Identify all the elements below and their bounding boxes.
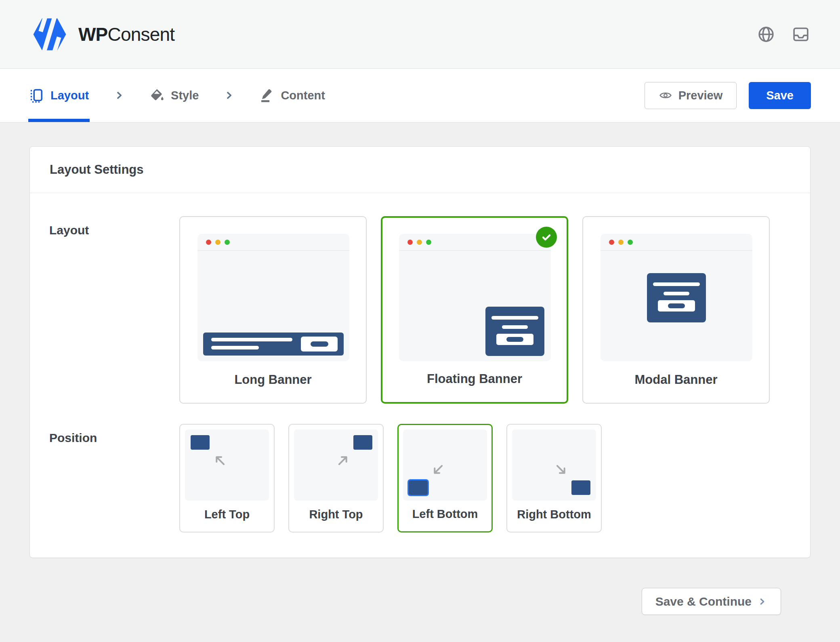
preview-button-label: Preview xyxy=(678,89,723,102)
globe-icon[interactable] xyxy=(757,25,775,44)
position-preview xyxy=(403,429,487,501)
chevron-right-icon xyxy=(757,596,767,607)
banner-text-line xyxy=(502,325,528,329)
window-dot-green xyxy=(426,240,431,245)
layout-row: Layout xyxy=(30,193,810,404)
position-option-left-bottom[interactable]: Left Bottom xyxy=(397,424,493,533)
banner-button-label-shape xyxy=(668,303,685,308)
tab-layout[interactable]: Layout xyxy=(29,69,89,122)
banner-text-line xyxy=(653,282,700,286)
layout-option-label: Long Banner xyxy=(180,373,366,387)
banner-button-shape xyxy=(301,337,338,352)
layout-option-label: Modal Banner xyxy=(583,373,769,387)
long-banner-preview xyxy=(203,333,344,356)
banner-button-shape xyxy=(496,334,533,345)
window-dot-yellow xyxy=(618,240,624,245)
window-dot-red xyxy=(407,240,413,245)
preview-button[interactable]: Preview xyxy=(645,82,737,109)
app-header: WPConsent xyxy=(0,0,840,69)
banner-text-line xyxy=(664,292,689,295)
position-preview xyxy=(294,429,378,501)
window-dot-green xyxy=(628,240,633,245)
position-option-right-bottom[interactable]: Right Bottom xyxy=(506,424,602,533)
tab-content-label: Content xyxy=(281,89,325,102)
check-icon xyxy=(540,231,553,244)
browser-chrome xyxy=(601,234,752,251)
main-content: Layout Settings Layout xyxy=(0,122,840,615)
footer-bar: Save & Continue xyxy=(29,558,811,615)
wpconsent-banner-designer: WPConsent Layout xyxy=(0,0,840,642)
brand-logo: WPConsent xyxy=(30,17,174,52)
arrow-up-right-icon xyxy=(336,452,351,467)
header-icons xyxy=(757,25,810,44)
panel-title: Layout Settings xyxy=(50,162,144,177)
window-dot-red xyxy=(609,240,614,245)
layout-icon xyxy=(29,88,44,103)
brand-wordmark: WPConsent xyxy=(78,23,174,45)
position-option-label: Left Bottom xyxy=(399,507,491,521)
save-continue-button[interactable]: Save & Continue xyxy=(642,588,781,615)
position-option-left-top[interactable]: Left Top xyxy=(179,424,275,533)
position-row-label: Position xyxy=(49,424,179,533)
tab-style-label: Style xyxy=(171,89,199,102)
chevron-right-icon xyxy=(223,89,235,101)
arrow-up-left-icon xyxy=(212,452,227,467)
banner-button-shape xyxy=(658,300,695,312)
banner-position-rect xyxy=(409,480,428,495)
tab-layout-label: Layout xyxy=(50,89,89,102)
tab-content[interactable]: Content xyxy=(259,69,325,122)
banner-button-label-shape xyxy=(506,337,523,342)
tab-style[interactable]: Style xyxy=(149,69,199,122)
arrow-down-left-icon xyxy=(430,463,445,478)
layout-row-label: Layout xyxy=(49,216,179,404)
position-option-right-top[interactable]: Right Top xyxy=(288,424,384,533)
selected-check-badge xyxy=(536,227,557,248)
window-dot-green xyxy=(225,240,230,245)
position-option-label: Right Bottom xyxy=(507,508,601,521)
banner-button-label-shape xyxy=(311,341,328,347)
eye-icon xyxy=(659,88,672,102)
browser-mockup xyxy=(601,234,752,361)
save-button[interactable]: Save xyxy=(749,82,811,109)
browser-chrome xyxy=(399,234,551,251)
browser-mockup xyxy=(399,234,551,361)
save-continue-label: Save & Continue xyxy=(655,595,752,608)
layout-option-modal-banner[interactable]: Modal Banner xyxy=(582,216,770,404)
brand-name-bold: WP xyxy=(78,24,108,45)
inbox-icon[interactable] xyxy=(792,25,810,44)
layout-settings-panel: Layout Settings Layout xyxy=(29,146,811,558)
panel-header: Layout Settings xyxy=(30,147,810,193)
chevron-right-icon xyxy=(113,89,125,101)
position-options: Left Top Right Top xyxy=(179,424,602,533)
layout-option-floating-banner[interactable]: Floating Banner xyxy=(381,216,568,404)
wpconsent-logo-icon xyxy=(30,17,69,52)
browser-mockup xyxy=(197,234,349,361)
pencil-icon xyxy=(259,88,274,103)
toolbar-actions: Preview Save xyxy=(645,82,811,109)
banner-text-line xyxy=(211,338,292,341)
floating-banner-preview xyxy=(485,307,544,356)
banner-text-line xyxy=(211,346,259,349)
arrow-down-right-icon xyxy=(554,463,569,478)
banner-position-rect xyxy=(191,435,210,450)
banner-position-rect xyxy=(353,435,372,450)
paint-bucket-icon xyxy=(149,88,164,103)
banner-text-line xyxy=(491,316,538,320)
position-row: Position Left Top xyxy=(30,404,810,558)
window-dot-yellow xyxy=(215,240,220,245)
window-dot-red xyxy=(206,240,211,245)
layout-option-long-banner[interactable]: Long Banner xyxy=(179,216,367,404)
layout-options: Long Banner xyxy=(179,216,770,404)
browser-chrome xyxy=(197,234,349,251)
position-option-label: Right Top xyxy=(289,508,383,521)
window-dot-yellow xyxy=(417,240,422,245)
banner-position-rect xyxy=(571,480,590,495)
wizard-tabbar: Layout Style Content xyxy=(0,69,840,122)
position-option-label: Left Top xyxy=(180,508,274,521)
modal-banner-preview xyxy=(647,273,706,322)
layout-option-label: Floating Banner xyxy=(382,372,567,386)
position-preview xyxy=(512,429,596,501)
position-preview xyxy=(185,429,269,501)
brand-name-rest: Consent xyxy=(108,24,175,45)
